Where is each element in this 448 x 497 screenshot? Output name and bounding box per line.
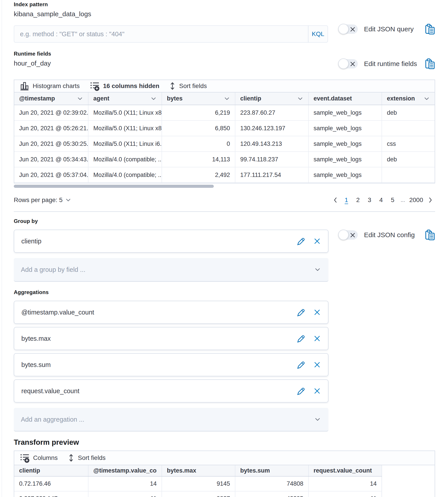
copy-to-clipboard-icon[interactable] [425,58,435,69]
toggle-off-x-icon [350,26,356,32]
copy-to-clipboard-icon[interactable] [425,24,435,35]
aggregation-item-label: bytes.sum [21,361,51,369]
page-numbers: 1 2 3 4 5 ... 2000 [341,196,424,205]
source-table-header-row: @timestamp agent [14,93,435,105]
table-row[interactable]: Jun 20, 2021 @ 05:37:04....Mozilla/4.0 (… [14,167,435,183]
edit-runtime-fields-toggle[interactable] [339,59,358,68]
page-number[interactable]: 4 [376,196,386,205]
table-row[interactable]: Jun 20, 2021 @ 05:26:21....Mozilla/5.0 (… [14,120,435,136]
transform-preview-title: Transform preview [14,438,435,447]
add-group-by-select[interactable]: Add a group by field ... [14,258,328,282]
table-row[interactable]: 0.72.176.46149145 7480814 [14,476,382,491]
columns-hidden-label: 16 columns hidden [103,82,160,90]
add-aggregation-select[interactable]: Add an aggregation ... [14,408,328,432]
sort-fields-button[interactable]: Sort fields [169,81,207,91]
edit-runtime-fields-row: Edit runtime fields [339,56,435,72]
column-header[interactable]: clientip [14,465,88,476]
index-pattern-value: kibana_sample_data_logs [14,10,435,18]
index-pattern-label: Index pattern [14,0,435,8]
edit-json-query-toggle[interactable] [339,24,358,34]
page-number[interactable]: ... [399,196,407,204]
column-header[interactable]: request.value_count [308,465,382,476]
column-header[interactable]: clientip [235,93,308,105]
query-search-input[interactable]: e.g. method : "GET" or status : "404" KQ… [14,25,328,43]
table-row[interactable]: Jun 20, 2021 @ 05:30:25....Mozilla/5.0 (… [14,136,435,152]
aggregation-item: @timestamp.value_count [14,301,328,324]
edit-runtime-fields-label: Edit runtime fields [364,60,417,67]
column-header[interactable]: bytes [162,93,235,105]
table-row[interactable]: Jun 20, 2021 @ 02:39:02....Mozilla/5.0 (… [14,105,435,120]
edit-pencil-icon[interactable] [296,360,305,369]
kql-language-button[interactable]: KQL [308,26,328,42]
chevron-down-icon[interactable] [224,96,230,102]
table-row[interactable]: 0.207.229.147119837 4339511 [14,491,382,497]
edit-json-config-label: Edit JSON config [364,231,415,239]
table-row[interactable]: Jun 20, 2021 @ 05:34:43....Mozilla/4.0 (… [14,152,435,167]
edit-pencil-icon[interactable] [296,334,305,343]
columns-icon [19,453,30,463]
preview-sort-fields-label: Sort fields [78,454,106,462]
toggle-off-x-icon [350,232,356,238]
page-number[interactable]: 2000 [408,196,424,205]
page-list: 1 2 3 4 5 ... 2000 [331,196,435,205]
delete-x-icon[interactable] [313,308,321,316]
group-by-item: clientip [14,230,328,253]
rows-per-page-button[interactable]: Rows per page: 5 [14,196,71,204]
chevron-down-icon [65,197,71,203]
delete-x-icon[interactable] [313,361,321,369]
section-divider [14,211,435,212]
source-grid-toolbar: Histogram charts 16 columns hidden Sort … [14,80,435,93]
copy-to-clipboard-icon[interactable] [425,229,435,240]
chevron-down-icon[interactable] [424,96,430,102]
delete-x-icon[interactable] [313,387,321,395]
column-header[interactable]: @timestamp.value_count [88,465,162,476]
scrollbar-thumb[interactable] [14,185,214,188]
edit-pencil-icon[interactable] [296,308,305,317]
page-number[interactable]: 2 [353,196,363,205]
aggregation-item-label: @timestamp.value_count [21,309,94,316]
page-number[interactable]: 1 [341,196,352,205]
chevron-down-icon[interactable] [297,96,303,102]
preview-columns-button[interactable]: Columns [19,453,58,463]
preview-sort-fields-button[interactable]: Sort fields [68,453,106,463]
next-page-button[interactable] [426,196,435,204]
edit-pencil-icon[interactable] [296,237,305,246]
edit-json-config-row: Edit JSON config [339,227,435,243]
preview-table: clientip @timestamp.value_count bytes.ma… [14,465,382,497]
edit-json-config-toggle[interactable] [339,230,358,240]
chevron-down-icon[interactable] [150,96,157,102]
preview-data-grid: Columns Sort fields clientip [14,450,435,497]
chevron-down-icon[interactable] [77,96,83,102]
aggregation-item: bytes.max [14,327,328,350]
horizontal-scrollbar[interactable] [14,185,435,188]
edit-json-query-row: Edit JSON query [339,21,435,37]
sort-icon [169,81,176,91]
panel-edge [0,0,2,497]
source-data-grid: Histogram charts 16 columns hidden Sort … [14,80,435,183]
page-number[interactable]: 5 [387,196,398,205]
group-by-item-label: clientip [21,238,41,245]
add-group-by-placeholder: Add a group by field ... [21,266,85,273]
histogram-charts-button[interactable]: Histogram charts [19,81,80,91]
column-header[interactable]: bytes.sum [235,465,308,476]
group-by-label: Group by [14,218,435,224]
delete-x-icon[interactable] [313,335,321,342]
previous-page-button[interactable] [331,196,340,204]
sort-icon [68,453,74,463]
rows-per-page-label: Rows per page: 5 [14,196,63,204]
column-header[interactable]: @timestamp [14,93,88,105]
source-table: @timestamp agent [14,93,435,183]
column-header[interactable]: event.dataset [308,93,382,105]
aggregation-item-label: request.value_count [21,387,79,395]
column-header[interactable]: extension [382,93,435,105]
aggregation-item-label: bytes.max [21,335,51,342]
transform-wizard-page: Index pattern kibana_sample_data_logs e.… [0,0,448,497]
page-number[interactable]: 3 [365,196,375,205]
columns-hidden-button[interactable]: 16 columns hidden [90,81,160,91]
chevron-down-icon [314,266,321,273]
chevron-down-icon [314,416,321,423]
column-header[interactable]: agent [88,93,162,105]
delete-x-icon[interactable] [313,237,321,245]
column-header[interactable]: bytes.max [162,465,235,476]
edit-pencil-icon[interactable] [296,386,305,395]
